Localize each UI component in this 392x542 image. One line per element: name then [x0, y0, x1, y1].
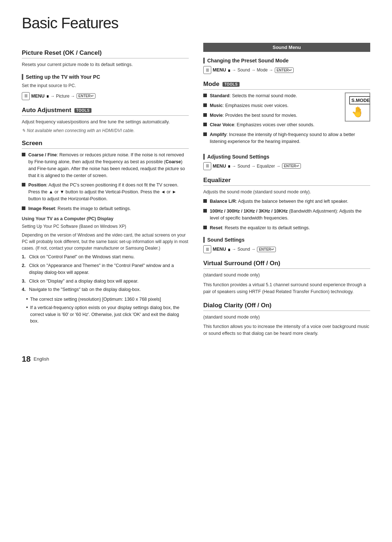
- changing-preset-section: Changing the Preset Sound Mode ☰ MENU ∎ …: [203, 58, 370, 74]
- tools-badge: TOOLS: [74, 108, 91, 113]
- pc-display-section: Using Your TV as a Computer (PC) Display…: [22, 216, 189, 325]
- equalizer-bullet-list: Balance L/R: Adjusts the balance between…: [203, 198, 370, 231]
- bullet-square: [203, 226, 207, 229]
- dialog-clarity-desc: This function allows you to increase the…: [203, 323, 370, 337]
- screen-section: Screen Coarse / Fine: Removes or reduces…: [22, 140, 189, 325]
- virtual-surround-section: Virtual Surround (Off / On) (standard so…: [203, 260, 370, 295]
- left-column: Picture Reset (OK / Cancel) Resets your …: [22, 43, 189, 340]
- screen-bullet-coarse: Coarse / Fine: Removes or reduces pictur…: [22, 152, 189, 179]
- mode-movie: Movie: Provides the best sound for movie…: [203, 112, 341, 119]
- page-footer: 18 English: [22, 354, 370, 364]
- picture-reset-title: Picture Reset (OK / Cancel): [22, 49, 189, 58]
- auto-adjustment-title: Auto Adjustment TOOLS: [22, 107, 189, 116]
- mode-section: Mode TOOLS S.MODE 🤚 Standard: Selects th…: [203, 81, 370, 148]
- equalizer-section: Equalizer Adjusts the sound mode (standa…: [203, 177, 370, 231]
- eq-reset: Reset: Resets the equalizer to its defau…: [203, 225, 370, 231]
- bullet-square: [203, 132, 207, 136]
- pc-display-desc2: Depending on the version of Windows and …: [22, 232, 189, 251]
- bullet-square: [203, 94, 207, 97]
- menu-grid-icon-2: ∎: [228, 67, 230, 73]
- menu-icon: ☰: [22, 92, 30, 100]
- menu-arrow-2: → Sound → Mode →: [232, 67, 273, 73]
- pc-step-2: 2. Click on "Appearance and Themes" in t…: [22, 262, 189, 276]
- eq-bandwidth: 100Hz / 300Hz / 1KHz / 3KHz / 10KHz (Ban…: [203, 208, 370, 222]
- menu-arrow-4: → Sound →: [232, 247, 256, 252]
- auto-adjustment-section: Auto Adjustment TOOLS Adjust frequency v…: [22, 107, 189, 134]
- dialog-clarity-note: (standard sound mode only): [203, 314, 370, 321]
- dialog-clarity-section: Dialog Clarity (Off / On) (standard soun…: [203, 302, 370, 337]
- mode-clear-voice: Clear Voice: Emphasizes voices over othe…: [203, 122, 341, 128]
- virtual-surround-note: (standard sound mode only): [203, 272, 370, 279]
- screen-bullet-list: Coarse / Fine: Removes or reduces pictur…: [22, 152, 189, 212]
- pc-display-desc1: Setting Up Your PC Software (Based on Wi…: [22, 223, 189, 230]
- setting-up-tv-desc: Set the input source to PC.: [22, 82, 189, 89]
- mode-amplify: Amplify: Increase the intensity of high-…: [203, 131, 370, 145]
- sound-menu-header: Sound Menu: [203, 43, 370, 52]
- picture-reset-desc: Resets your current picture mode to its …: [22, 61, 189, 68]
- bullet-square: [203, 199, 207, 203]
- menu-arrow: → Picture →: [50, 94, 75, 99]
- pc-step-3: 3. Click on "Display" and a display dial…: [22, 278, 189, 285]
- smode-box: S.MODE 🤚: [345, 93, 370, 122]
- menu-label-2: MENU: [213, 67, 226, 73]
- changing-preset-cmd: ☰ MENU ∎ → Sound → Mode → ENTER↵: [203, 66, 370, 74]
- pc-display-title: Using Your TV as a Computer (PC) Display: [22, 216, 189, 221]
- pc-steps-list: 1. Click on "Control Panel" on the Windo…: [22, 254, 189, 293]
- setting-up-menu-cmd: ☰ MENU ∎ → Picture → ENTER↵: [22, 92, 189, 100]
- auto-adjustment-note: ✎ Not available when connecting with an …: [22, 128, 189, 133]
- screen-title: Screen: [22, 140, 189, 149]
- right-column: Sound Menu Changing the Preset Sound Mod…: [203, 43, 370, 340]
- menu-icon-4: ☰: [203, 245, 211, 253]
- bullet-square: [22, 206, 25, 210]
- screen-bullet-image-reset: Image Reset: Resets the image to default…: [22, 205, 189, 212]
- page-number: 18: [22, 354, 30, 364]
- adjusting-sound-title: Adjusting Sound Settings: [203, 154, 370, 160]
- bullet-square: [203, 113, 207, 117]
- mode-tools-badge: TOOLS: [222, 82, 240, 87]
- menu-label: MENU: [31, 94, 45, 99]
- picture-reset-section: Picture Reset (OK / Cancel) Resets your …: [22, 49, 189, 68]
- menu-grid-icon-3: ∎: [228, 163, 230, 169]
- changing-preset-title: Changing the Preset Sound Mode: [203, 58, 370, 63]
- page-title: Basic Features: [22, 15, 370, 32]
- mode-content: S.MODE 🤚 Standard: Selects the normal so…: [203, 93, 370, 148]
- dialog-clarity-title: Dialog Clarity (Off / On): [203, 302, 370, 311]
- virtual-surround-title: Virtual Surround (Off / On): [203, 260, 370, 269]
- sound-settings-cmd: ☰ MENU ∎ → Sound → ENTER↵: [203, 245, 370, 253]
- bullet-square: [203, 103, 207, 107]
- note-icon: ✎: [22, 128, 25, 133]
- menu-icon-2: ☰: [203, 66, 211, 74]
- enter-icon: ENTER↵: [77, 93, 95, 99]
- pc-bullet-frequency: • If a vertical-frequency option exists …: [26, 304, 189, 325]
- setting-up-tv-section: Setting up the TV with Your PC Set the i…: [22, 74, 189, 100]
- equalizer-desc: Adjusts the sound mode (standard sound m…: [203, 189, 370, 196]
- setting-up-tv-title: Setting up the TV with Your PC: [22, 74, 189, 80]
- pc-bullet-list: • The correct size setting (resolution) …: [26, 296, 189, 325]
- screen-bullet-position: Position: Adjust the PC's screen positio…: [22, 182, 189, 202]
- mode-standard: Standard: Selects the normal sound mode.: [203, 93, 341, 99]
- menu-grid-icon-4: ∎: [228, 247, 230, 252]
- menu-grid-icon: ∎: [46, 93, 49, 99]
- menu-icon-3: ☰: [203, 162, 211, 170]
- menu-label-4: MENU: [213, 247, 226, 252]
- mode-title: Mode TOOLS: [203, 81, 370, 90]
- smode-hand-icon: 🤚: [349, 106, 366, 118]
- mode-music: Music: Emphasizes music over voices.: [203, 102, 341, 109]
- pc-step-4: 4. Navigate to the "Settings" tab on the…: [22, 286, 189, 293]
- menu-arrow-3: → Sound → Equalizer →: [232, 164, 281, 169]
- bullet-square: [203, 209, 207, 213]
- bullet-square: [22, 153, 25, 156]
- enter-icon-4: ENTER↵: [257, 247, 276, 252]
- bullet-square: [203, 123, 207, 126]
- smode-label: S.MODE: [349, 96, 370, 104]
- pc-step-1: 1. Click on "Control Panel" on the Windo…: [22, 254, 189, 260]
- page-language: English: [33, 356, 49, 362]
- adjusting-sound-section: Adjusting Sound Settings ☰ MENU ∎ → Soun…: [203, 154, 370, 170]
- sound-settings-section: Sound Settings ☰ MENU ∎ → Sound → ENTER↵: [203, 237, 370, 253]
- auto-adjustment-desc: Adjust frequency values/positions and fi…: [22, 119, 189, 126]
- pc-bullet-resolution: • The correct size setting (resolution) …: [26, 296, 189, 303]
- adjusting-sound-cmd: ☰ MENU ∎ → Sound → Equalizer → ENTER↵: [203, 162, 370, 170]
- equalizer-title: Equalizer: [203, 177, 370, 186]
- virtual-surround-desc: This function provides a virtual 5.1 cha…: [203, 282, 370, 295]
- eq-balance: Balance L/R: Adjusts the balance between…: [203, 198, 370, 205]
